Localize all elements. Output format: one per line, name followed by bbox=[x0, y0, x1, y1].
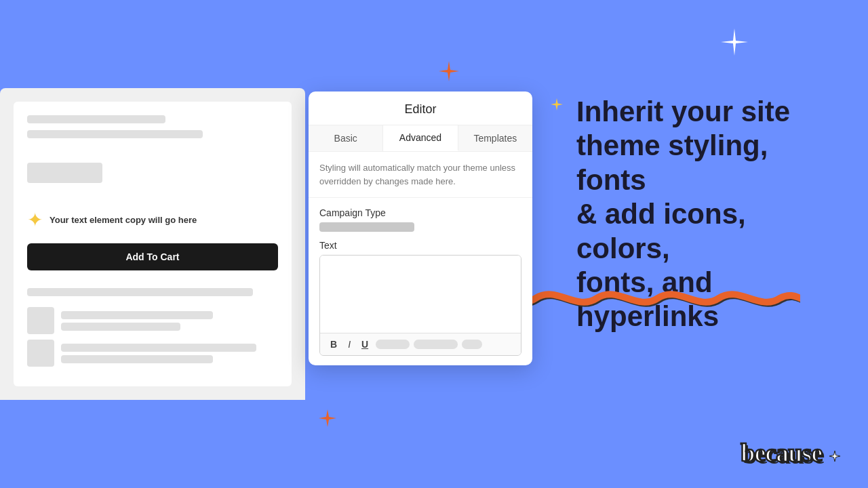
website-mockup-panel: ✦ Your text element copy will go here Ad… bbox=[0, 88, 305, 400]
toolbar-pill-2 bbox=[414, 340, 458, 349]
editor-info-text: Styling will automatically match your th… bbox=[309, 152, 532, 198]
editor-panel: Editor Basic Advanced Templates Styling … bbox=[309, 92, 532, 365]
mockup-inner: ✦ Your text element copy will go here Ad… bbox=[14, 102, 292, 386]
toolbar-pill-1 bbox=[376, 340, 410, 349]
tab-templates[interactable]: Templates bbox=[458, 125, 532, 151]
because-logo: because bbox=[741, 438, 841, 468]
text-toolbar: B I U bbox=[320, 333, 521, 355]
underline-button[interactable]: U bbox=[358, 338, 372, 351]
sk-row-1-line-1 bbox=[61, 311, 213, 319]
toolbar-pill-3 bbox=[462, 340, 482, 349]
sk-row-2-line-1 bbox=[61, 344, 256, 352]
text-field: Text B I U bbox=[319, 240, 521, 356]
campaign-type-label: Campaign Type bbox=[319, 207, 521, 218]
campaign-type-field: Campaign Type bbox=[319, 207, 521, 232]
skeleton-line-1 bbox=[27, 115, 165, 123]
skeleton-line-2 bbox=[27, 130, 203, 138]
campaign-type-bar bbox=[319, 222, 414, 232]
sk-row-2-line-2 bbox=[61, 355, 213, 363]
tab-advanced[interactable]: Advanced bbox=[383, 125, 458, 151]
skeleton-thumb-1 bbox=[27, 307, 54, 334]
tab-basic[interactable]: Basic bbox=[309, 125, 383, 151]
editor-title: Editor bbox=[309, 92, 532, 125]
star-sparkle-icon: ✦ bbox=[27, 209, 43, 231]
editor-tabs: Basic Advanced Templates bbox=[309, 125, 532, 152]
bottom-skeleton-rows bbox=[27, 307, 278, 367]
skeleton-thumb-2 bbox=[27, 340, 54, 367]
copy-text-label: Your text element copy will go here bbox=[50, 215, 197, 225]
skeleton-line-3 bbox=[27, 288, 253, 296]
logo-text: because bbox=[741, 439, 822, 467]
italic-button[interactable]: I bbox=[344, 338, 354, 351]
text-editor-input[interactable] bbox=[320, 256, 521, 330]
add-to-cart-button[interactable]: Add To Cart bbox=[27, 243, 278, 270]
skeleton-image bbox=[27, 163, 102, 183]
editor-body: Campaign Type Text B I U bbox=[309, 198, 532, 365]
bold-button[interactable]: B bbox=[327, 338, 340, 351]
text-editor-container: B I U bbox=[319, 255, 521, 356]
text-field-label: Text bbox=[319, 240, 521, 251]
sk-row-1-line-2 bbox=[61, 323, 180, 331]
copy-text-row: ✦ Your text element copy will go here bbox=[27, 209, 278, 231]
